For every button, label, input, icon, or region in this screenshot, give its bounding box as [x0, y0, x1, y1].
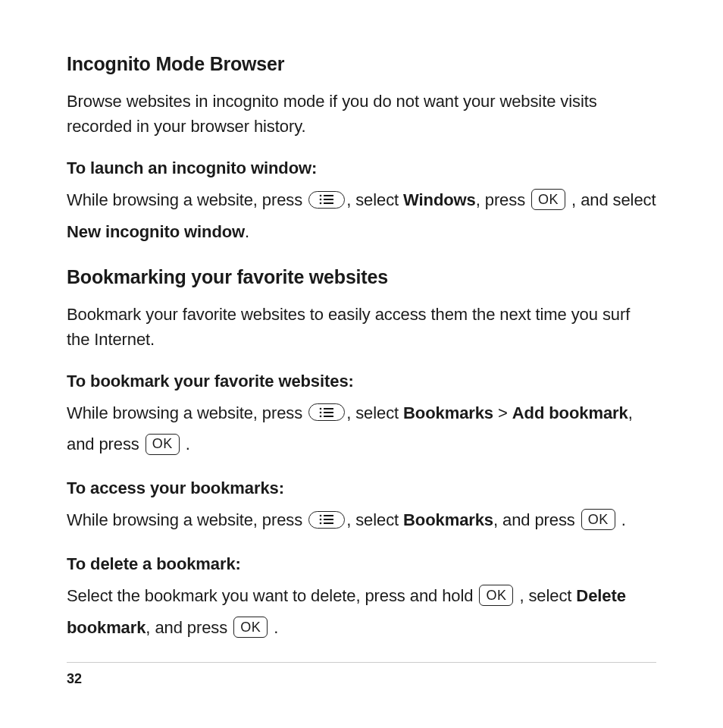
subheading-to-bookmark: To bookmark your favorite websites:	[67, 372, 656, 391]
text: , select	[346, 510, 403, 529]
subheading-delete-bookmark: To delete a bookmark:	[67, 554, 656, 574]
bold-bookmarks: Bookmarks	[403, 510, 493, 529]
svg-point-8	[320, 411, 322, 413]
step-access-bookmarks: While browsing a website, press , select…	[67, 504, 656, 536]
bold-bookmarks: Bookmarks	[403, 403, 493, 422]
svg-point-4	[320, 202, 322, 205]
document-page: Incognito Mode Browser Browse websites i…	[0, 0, 723, 728]
paragraph-incognito-intro: Browse websites in incognito mode if you…	[67, 89, 656, 139]
svg-rect-7	[324, 408, 333, 410]
svg-point-0	[320, 195, 322, 197]
svg-rect-3	[324, 199, 333, 200]
text: .	[186, 435, 190, 453]
svg-point-12	[320, 515, 322, 517]
text: , and select	[571, 190, 656, 209]
svg-rect-11	[324, 416, 333, 417]
text: .	[274, 618, 278, 637]
subheading-access-bookmarks: To access your bookmarks:	[67, 479, 656, 498]
text: >	[493, 403, 512, 422]
svg-rect-13	[324, 515, 333, 516]
heading-bookmarking: Bookmarking your favorite websites	[67, 266, 656, 288]
footer-rule	[67, 662, 656, 663]
heading-incognito: Incognito Mode Browser	[67, 53, 656, 75]
text: While browsing a website, press	[67, 510, 307, 529]
text: , and press	[146, 618, 232, 637]
ok-button-icon: OK	[479, 585, 513, 606]
text: .	[621, 510, 626, 529]
subheading-launch-incognito: To launch an incognito window:	[67, 158, 656, 178]
svg-point-10	[320, 415, 322, 417]
bold-add-bookmark: Add bookmark	[512, 403, 628, 422]
text: , select	[346, 190, 403, 209]
svg-point-6	[320, 407, 322, 410]
svg-rect-5	[324, 202, 333, 204]
step-launch-incognito: While browsing a website, press , select…	[67, 184, 656, 248]
svg-rect-1	[324, 195, 333, 196]
bold-new-incognito: New incognito window	[67, 222, 245, 241]
svg-point-14	[320, 519, 322, 521]
text: , select	[346, 403, 403, 422]
text: , press	[476, 190, 530, 209]
svg-rect-9	[324, 412, 333, 413]
svg-rect-15	[324, 519, 333, 520]
step-to-bookmark: While browsing a website, press , select…	[67, 397, 656, 461]
text: While browsing a website, press	[67, 190, 307, 209]
bold-windows: Windows	[403, 190, 476, 209]
svg-point-2	[320, 199, 322, 201]
step-delete-bookmark: Select the bookmark you want to delete, …	[67, 580, 656, 644]
ok-button-icon: OK	[146, 434, 180, 455]
ok-button-icon: OK	[233, 617, 268, 638]
ok-button-icon: OK	[531, 189, 565, 210]
ok-button-icon: OK	[581, 509, 615, 530]
svg-rect-17	[324, 522, 333, 524]
text: , select	[519, 586, 576, 605]
svg-point-16	[320, 522, 322, 525]
menu-icon	[308, 511, 345, 529]
paragraph-bookmark-intro: Bookmark your favorite websites to easil…	[67, 302, 656, 352]
menu-icon	[308, 191, 345, 209]
text: .	[245, 222, 249, 241]
text: Select the bookmark you want to delete, …	[67, 586, 477, 605]
page-number: 32	[67, 671, 82, 687]
menu-icon	[308, 403, 345, 421]
text: While browsing a website, press	[67, 403, 307, 422]
text: , and press	[493, 510, 580, 529]
